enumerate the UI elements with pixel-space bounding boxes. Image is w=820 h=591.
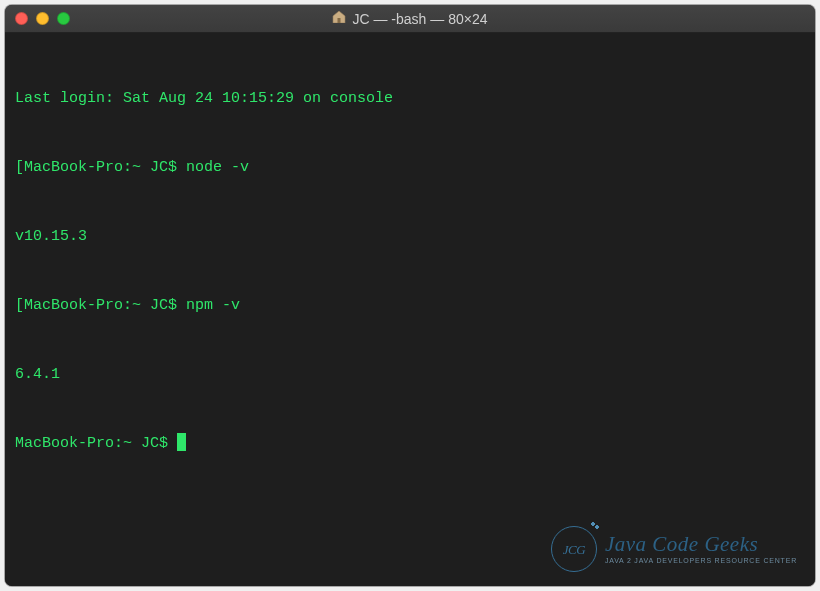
terminal-prompt: MacBook-Pro:~ JC$ xyxy=(15,435,177,452)
svg-rect-0 xyxy=(338,18,341,23)
terminal-line: [MacBook-Pro:~ JC$ npm -v xyxy=(15,294,805,317)
minimize-button[interactable] xyxy=(36,12,49,25)
terminal-window: JC — -bash — 80×24 Last login: Sat Aug 2… xyxy=(5,5,815,586)
close-button[interactable] xyxy=(15,12,28,25)
window-controls xyxy=(15,12,70,25)
terminal-prompt-line: MacBook-Pro:~ JC$ xyxy=(15,432,805,455)
home-folder-icon xyxy=(332,11,346,26)
maximize-button[interactable] xyxy=(57,12,70,25)
watermark-sub: Java 2 Java Developers Resource Center xyxy=(605,557,797,564)
terminal-line: 6.4.1 xyxy=(15,363,805,386)
terminal-line: Last login: Sat Aug 24 10:15:29 on conso… xyxy=(15,87,805,110)
terminal-body[interactable]: Last login: Sat Aug 24 10:15:29 on conso… xyxy=(5,33,815,586)
cursor xyxy=(177,433,186,451)
terminal-line: [MacBook-Pro:~ JC$ node -v xyxy=(15,156,805,179)
terminal-line: v10.15.3 xyxy=(15,225,805,248)
window-title-wrap: JC — -bash — 80×24 xyxy=(5,11,815,27)
watermark-text: Java Code Geeks Java 2 Java Developers R… xyxy=(605,534,797,564)
window-title: JC — -bash — 80×24 xyxy=(352,11,487,27)
watermark-badge-icon: JCG xyxy=(551,526,597,572)
watermark-badge-text: JCG xyxy=(563,538,585,561)
watermark: JCG Java Code Geeks Java 2 Java Develope… xyxy=(551,526,797,572)
titlebar: JC — -bash — 80×24 xyxy=(5,5,815,33)
watermark-main: Java Code Geeks xyxy=(605,534,797,555)
